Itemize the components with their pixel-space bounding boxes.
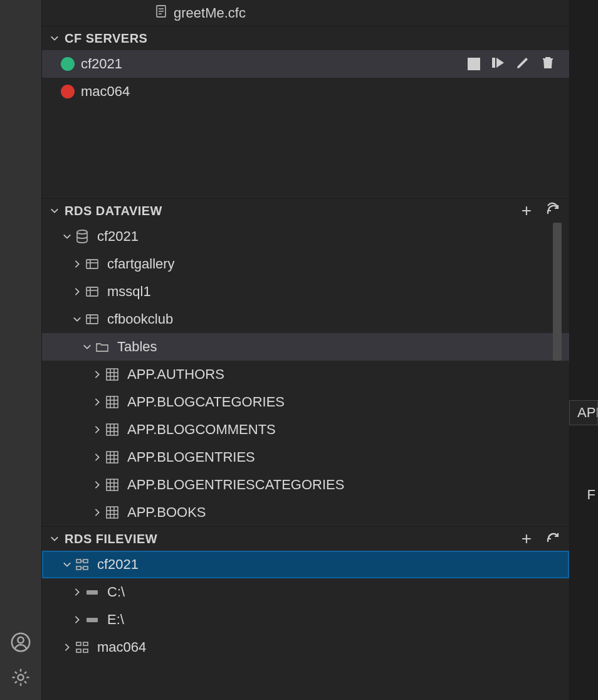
section-title: RDS FILEVIEW (65, 532, 157, 546)
refresh-icon[interactable] (545, 530, 560, 548)
file-name-label: greetMe.cfc (174, 5, 246, 21)
node-label: APP.BLOGENTRIES (127, 449, 255, 465)
table-grid-icon (103, 422, 121, 437)
node-label: APP.AUTHORS (127, 366, 224, 383)
table-node[interactable]: APP.BLOGCOMMENTS (42, 416, 569, 443)
account-icon[interactable] (8, 630, 33, 655)
fileview-server-node-mac064[interactable]: mac064 (42, 634, 569, 661)
add-icon[interactable]: + (522, 202, 532, 220)
table-node[interactable]: APP.AUTHORS (42, 361, 569, 388)
table-node[interactable]: APP.BLOGCATEGORIES (42, 388, 569, 416)
datasource-icon (83, 257, 101, 272)
node-label: C:\ (107, 584, 125, 600)
svg-rect-51 (83, 559, 88, 563)
node-label: APP.BLOGCATEGORIES (127, 394, 285, 410)
table-node[interactable]: APP.BOOKS (42, 499, 569, 526)
node-label: mssql1 (107, 284, 151, 300)
svg-rect-40 (107, 479, 118, 491)
dataview-server-node[interactable]: cf2021 (42, 223, 569, 250)
drive-icon (83, 585, 101, 600)
node-label: cfbookclub (107, 311, 173, 327)
node-label: mac064 (97, 639, 146, 655)
chevron-right-icon (71, 585, 83, 600)
svg-point-2 (18, 674, 23, 680)
tables-folder-node[interactable]: Tables (42, 333, 569, 361)
server-row-cf2021[interactable]: cf2021 (42, 50, 569, 78)
datasource-node-mssql1[interactable]: mssql1 (42, 278, 569, 305)
chevron-down-icon (48, 204, 61, 218)
trash-icon[interactable] (540, 55, 555, 73)
server-label: mac064 (81, 83, 130, 100)
file-icon (154, 4, 169, 22)
refresh-icon[interactable] (545, 202, 560, 220)
node-label: APP.BLOGENTRIESCATEGORIES (127, 477, 344, 493)
sidebar-panel: greetMe.cfc CF SERVERS cf2021 mac064 (41, 0, 569, 700)
chevron-right-icon (71, 257, 83, 272)
svg-rect-56 (87, 590, 98, 595)
chevron-right-icon (71, 285, 83, 299)
chevron-right-icon (91, 395, 103, 410)
table-node[interactable]: APP.BLOGENTRIES (42, 443, 569, 471)
server-row-mac064[interactable]: mac064 (42, 78, 569, 105)
chevron-down-icon (71, 312, 83, 327)
chevron-right-icon (91, 368, 103, 382)
settings-gear-icon[interactable] (8, 665, 33, 690)
svg-rect-59 (83, 642, 88, 645)
table-grid-icon (103, 395, 121, 410)
section-header-cfservers[interactable]: CF SERVERS (42, 26, 569, 50)
scrollbar-thumb[interactable] (553, 223, 562, 361)
activity-bar (0, 0, 41, 700)
svg-rect-50 (76, 559, 81, 563)
stop-icon[interactable] (468, 58, 480, 70)
svg-rect-30 (107, 424, 118, 435)
node-label: E:\ (107, 612, 124, 628)
chevron-down-icon (61, 558, 73, 572)
chevron-down-icon (81, 340, 93, 354)
svg-rect-58 (76, 642, 81, 645)
node-label: Tables (117, 339, 157, 355)
section-title: RDS DATAVIEW (65, 204, 162, 218)
node-label: cf2021 (97, 556, 139, 573)
svg-rect-57 (87, 618, 98, 622)
drive-node-e[interactable]: E:\ (42, 606, 569, 634)
table-node[interactable]: APP.BLOGENTRIESCATEGORIES (42, 471, 569, 499)
add-icon[interactable]: + (522, 530, 532, 548)
fileview-server-node-cf2021[interactable]: cf2021 (42, 551, 569, 578)
datasource-node-cfbookclub[interactable]: cfbookclub (42, 305, 569, 333)
section-header-rdsdataview[interactable]: RDS DATAVIEW + (42, 199, 569, 223)
svg-rect-45 (107, 507, 118, 518)
server-tree-icon (73, 557, 91, 572)
datasource-node-cfartgallery[interactable]: cfartgallery (42, 250, 569, 278)
drive-node-c[interactable]: C:\ (42, 578, 569, 606)
section-header-rdsfileview[interactable]: RDS FILEVIEW + (42, 527, 569, 551)
datasource-icon (83, 312, 101, 327)
chevron-right-icon (91, 423, 103, 437)
drive-icon (83, 612, 101, 627)
svg-rect-53 (83, 566, 88, 570)
server-tree-icon (73, 640, 91, 655)
partial-text: F (587, 487, 595, 503)
svg-rect-7 (492, 58, 495, 68)
editor-area-partial: APP F (569, 0, 598, 700)
svg-rect-60 (76, 649, 81, 652)
database-icon (73, 229, 91, 244)
table-grid-icon (103, 450, 121, 465)
chevron-right-icon (91, 478, 103, 492)
node-label: APP.BOOKS (127, 504, 206, 521)
status-indicator-icon (61, 85, 75, 98)
edit-pencil-icon[interactable] (515, 55, 530, 73)
svg-rect-52 (76, 566, 81, 570)
chevron-down-icon (48, 31, 61, 46)
table-grid-icon (103, 477, 121, 492)
chevron-down-icon (48, 532, 61, 546)
chevron-right-icon (71, 613, 83, 627)
file-tree-item[interactable]: greetMe.cfc (42, 0, 569, 26)
table-grid-icon (103, 367, 121, 382)
continue-icon[interactable] (490, 55, 505, 73)
status-indicator-icon (61, 57, 75, 71)
node-label: APP.BLOGCOMMENTS (127, 422, 276, 438)
datasource-icon (83, 284, 101, 299)
server-label: cf2021 (81, 56, 122, 72)
tooltip-partial: APP (569, 400, 598, 425)
section-title: CF SERVERS (65, 31, 147, 46)
